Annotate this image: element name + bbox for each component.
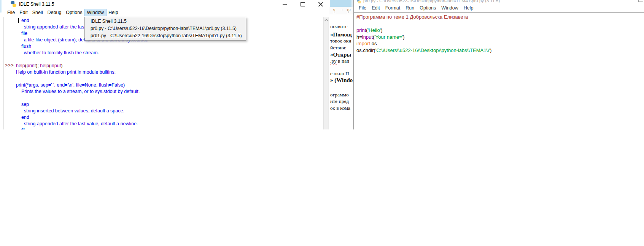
window-controls (276, 0, 329, 8)
code-line: h=input('Your name=') (356, 34, 491, 41)
shell-line: Help on built-in function print in modul… (16, 69, 148, 76)
code-line: os.chdir('C:\\Users\\u522-16\\Desktop\\p… (356, 47, 491, 54)
shell-line: string inserted between values, default … (16, 108, 148, 114)
shell-line: help(print); help(input) (16, 63, 148, 69)
minimize-icon (283, 4, 287, 5)
menu-item-help[interactable]: Help (461, 5, 476, 11)
word-text-line: .py в пап (330, 58, 349, 64)
menu-item-window[interactable]: Window (84, 9, 106, 16)
word-text-line: е окно П (330, 71, 349, 77)
shell-line: end (16, 114, 148, 121)
code-line: #Программа по теме 1 Добровольска Елизав… (356, 14, 491, 20)
shell-menubar: FileEditShellDebugOptionsWindowHelp (3, 8, 329, 17)
shell-prompt: >>> (5, 63, 14, 68)
word-text-line: ите пред (330, 98, 349, 104)
shell-line: sep (16, 101, 148, 108)
word-text-line: » (Windo (330, 77, 353, 84)
word-text-line: «Помощ (330, 32, 352, 38)
scroll-up-icon (324, 19, 328, 23)
shell-line: print(*args, sep=' ', end='\n', file=Non… (16, 82, 148, 88)
maximize-icon (301, 2, 305, 6)
ruler-tab-marker (333, 11, 336, 13)
word-text-line: ос в кома (330, 105, 350, 111)
python-icon (10, 1, 16, 7)
word-text-line: йствия: (330, 45, 347, 51)
word-text-line: появитс (330, 24, 348, 30)
menu-item-debug[interactable]: Debug (45, 9, 64, 16)
idle-editor-window: pr0.py - C:\Users\u522-16\Desktop\python… (353, 0, 644, 129)
menu-item-edit[interactable]: Edit (17, 9, 30, 16)
editor-content-border (354, 12, 644, 13)
menu-item-edit[interactable]: Edit (369, 5, 383, 11)
shell-line (16, 76, 148, 82)
menu-item-shell[interactable]: Shell (30, 9, 45, 16)
code-line (356, 20, 491, 27)
shell-titlebar[interactable]: IDLE Shell 3.11.5 (3, 0, 329, 8)
word-text-line: товое окн (330, 38, 351, 44)
dropdown-item[interactable]: prb1.py - C:\Users\u522-16\Desktop\pytho… (85, 32, 246, 39)
word-ruler: 9 10 (329, 7, 353, 14)
word-text-line: ограммо (330, 92, 349, 98)
menu-item-options[interactable]: Options (417, 5, 439, 11)
menu-item-window[interactable]: Window (439, 5, 461, 11)
minimize-button[interactable] (276, 0, 294, 8)
shell-line: flush (16, 43, 148, 50)
code-line: print('Hello') (356, 27, 491, 34)
menu-item-run[interactable]: Run (403, 5, 417, 11)
maximize-button[interactable] (294, 0, 312, 8)
menu-item-format[interactable]: Format (383, 5, 403, 11)
dropdown-item[interactable]: pr0.py - C:\Users\u522-16\Desktop\python… (85, 25, 246, 32)
editor-menubar: FileEditFormatRunOptionsWindowHelp (354, 3, 644, 12)
screen: IDLE Shell 3.11.5 FileEditShellDebugOpti… (0, 0, 644, 246)
shell-line: fil (16, 127, 148, 129)
shell-line: Prints the values to a stream, or to sys… (16, 88, 148, 95)
editor-window-title: pr0.py - C:\Users\u522-16\Desktop\python… (363, 0, 500, 3)
menu-item-file[interactable]: File (5, 9, 17, 16)
shell-line: string appended after the last value, de… (16, 121, 148, 127)
background-window-edge-line (1, 0, 1, 129)
shell-line (16, 56, 148, 63)
python-icon (357, 0, 361, 3)
menu-item-file[interactable]: File (356, 5, 369, 11)
dropdown-item[interactable]: IDLE Shell 3.11.5 (85, 18, 246, 25)
word-text-line: «Откры (330, 52, 351, 58)
editor-code-area[interactable]: #Программа по теме 1 Добровольска Елизав… (356, 14, 491, 54)
editor-maximize-button-fragment[interactable] (638, 0, 643, 2)
shell-line (16, 95, 148, 101)
prompt-column-divider (15, 17, 15, 129)
shell-vertical-scrollbar[interactable] (323, 17, 329, 129)
word-document-strip[interactable]: 9 10 появитс«Помощтовое окнйствия:«Откры… (329, 0, 353, 129)
menu-item-help[interactable]: Help (106, 9, 121, 16)
word-header-bar (330, 0, 351, 7)
editor-titlebar[interactable]: pr0.py - C:\Users\u522-16\Desktop\python… (354, 0, 644, 3)
code-line: import os (356, 40, 491, 47)
ruler-tab-marker (347, 11, 350, 13)
shell-window-title: IDLE Shell 3.11.5 (19, 2, 54, 7)
close-button[interactable] (312, 0, 329, 8)
shell-line: whether to forcibly flush the stream. (16, 50, 148, 56)
ruler-tick (342, 9, 342, 11)
window-menu-dropdown: IDLE Shell 3.11.5pr0.py - C:\Users\u522-… (84, 17, 246, 41)
menu-item-options[interactable]: Options (64, 9, 84, 16)
